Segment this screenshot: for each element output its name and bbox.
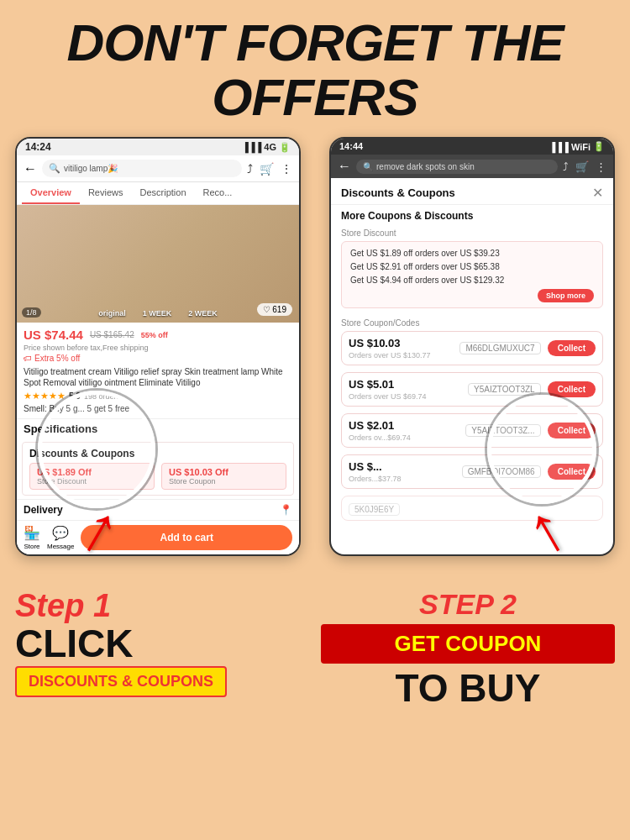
coupon-left-2: US $5.01 Orders over US $69.74: [349, 378, 461, 401]
phone2-nav-icons: ⤴ 🛒 ⋮: [563, 160, 606, 173]
collect-button-1[interactable]: Collect: [548, 340, 596, 356]
phone1-navbar: ← 🔍 vitiligo lamp🎉 ⤴ 🛒 ⋮: [17, 155, 299, 182]
tab-reviews[interactable]: Reviews: [80, 182, 132, 204]
phone2-mock: 14:44 ▐▐▐ WiFi 🔋 ← 🔍 remove dark spots o…: [329, 137, 615, 556]
phone2-search-bar[interactable]: 🔍 remove dark spots on skin: [356, 160, 558, 174]
to-buy-text: TO BUY: [321, 665, 615, 711]
phone1-status-bar: 14:24 ▐▐▐ 4G 🔋: [17, 139, 299, 155]
search-icon: 🔍: [363, 162, 373, 171]
step2-label: STEP 2: [321, 588, 615, 621]
phone1-mock: 14:24 ▐▐▐ 4G 🔋 ← 🔍 vitiligo lamp🎉 ⤴ 🛒 ⋮ …: [15, 137, 301, 556]
store-discount-section: Store Discount Get US $1.89 off orders o…: [331, 225, 613, 315]
step1-label: Step 1: [15, 588, 309, 624]
main-price: US $74.44: [24, 328, 83, 342]
signal-icon: ▐▐▐: [549, 142, 568, 152]
coupon-left-3: US $2.01 Orders ov...$69.74: [349, 419, 459, 442]
phone1-search-bar[interactable]: 🔍 vitiligo lamp🎉: [42, 160, 242, 177]
more-icon[interactable]: ⋮: [281, 162, 292, 176]
store-icon: 🏪: [24, 525, 40, 541]
image-labels: original 1 WEEK 2 WEEK: [98, 309, 218, 318]
phones-row: 14:24 ▐▐▐ 4G 🔋 ← 🔍 vitiligo lamp🎉 ⤴ 🛒 ⋮ …: [0, 137, 630, 556]
store-coupon-tag: US $10.03 Off Store Coupon: [161, 463, 286, 490]
disc-coupons-header: Discounts & Coupons ✕: [331, 178, 613, 205]
img-label-original: original: [98, 309, 126, 318]
share-icon[interactable]: ⤴: [563, 160, 569, 173]
shop-more-button[interactable]: Shop more: [538, 289, 594, 302]
image-counter: 1/8: [22, 307, 41, 318]
coupon-amount-1: US $10.03: [349, 337, 453, 349]
store-coupon-label: Store Coupon/Codes: [341, 318, 603, 328]
extra-icon: 🏷: [24, 354, 32, 363]
discount-list-box: Get US $1.89 off orders over US $39.23 G…: [341, 241, 603, 308]
discount-item-2: Get US $2.91 off orders over US $65.38: [350, 260, 594, 274]
close-button[interactable]: ✕: [592, 185, 603, 201]
collect-button-2[interactable]: Collect: [548, 381, 596, 397]
stars: ★★★★★: [24, 391, 66, 402]
coupon-condition-2: Orders over US $69.74: [349, 392, 461, 401]
original-price: US $165.42: [90, 330, 134, 339]
discount-badge: 55% off: [141, 331, 168, 339]
phone2-icons: ▐▐▐ WiFi 🔋: [549, 141, 605, 152]
phone2-status-bar: 14:44 ▐▐▐ WiFi 🔋: [331, 139, 613, 155]
battery-icon: 🔋: [279, 142, 291, 153]
coupon-left-1: US $10.03 Orders over US $130.77: [349, 337, 453, 360]
signal-icon: ▐▐▐: [242, 142, 261, 152]
phone1-icons: ▐▐▐ 4G 🔋: [242, 142, 291, 153]
step1-badge: DISCOUNTS & COUPONS: [15, 666, 227, 697]
back-icon[interactable]: ←: [338, 159, 351, 174]
tab-overview[interactable]: Overview: [22, 182, 80, 204]
img-label-1week: 1 WEEK: [143, 309, 172, 318]
network-icon: 4G: [264, 142, 276, 152]
more-coupons-header: More Coupons & Discounts: [331, 205, 613, 225]
phone2-time: 14:44: [339, 141, 363, 152]
disc2-amount: US $10.03 Off: [169, 467, 279, 477]
shipping-text: Price shown before tax,Free shipping: [24, 344, 292, 352]
store-discount-label: Store Discount: [341, 228, 603, 238]
coupon-card-5: 5K0J9E6Y: [341, 496, 603, 521]
coupon-code-1: M66DLGMUXUC7: [459, 342, 540, 354]
coupon-amount-2: US $5.01: [349, 378, 461, 391]
disc-coupons-title: Discounts & Coupons: [341, 186, 455, 199]
extra-off: 🏷 Extra 5% off: [24, 354, 292, 363]
back-icon[interactable]: ←: [24, 161, 37, 176]
price-row: US $74.44 US $165.42 55% off: [24, 328, 292, 342]
step2-section: STEP 2 GET COUPON TO BUY: [321, 588, 615, 711]
coupon-left-4: US $... Orders...$37.78: [349, 460, 455, 483]
delivery-label: Delivery: [24, 504, 63, 516]
heart-badge: ♡ 619: [257, 303, 292, 316]
coupon-amount-4: US $...: [349, 460, 455, 473]
coupon-code-2: Y5AIZTOOT3ZL: [468, 383, 541, 396]
discount-item-1: Get US $1.89 off orders over US $39.23: [350, 247, 594, 260]
coupon-code-5: 5K0J9E6Y: [349, 503, 400, 516]
tab-description[interactable]: Description: [132, 182, 195, 204]
search-icon: 🔍: [49, 163, 60, 174]
get-coupon-badge: GET COUPON: [321, 624, 615, 664]
more-icon[interactable]: ⋮: [596, 160, 606, 173]
coupon-condition-1: Orders over US $130.77: [349, 351, 453, 360]
img-label-2week: 2 WEEK: [188, 309, 218, 318]
product-title: Vitiligo treatment cream Vitiligo relief…: [24, 366, 292, 388]
phone1-tabs: Overview Reviews Description Reco...: [17, 182, 299, 205]
heart-count: 619: [272, 305, 286, 314]
store-btn[interactable]: 🏪 Store: [24, 525, 40, 550]
step1-section: Step 1 CLICK DISCOUNTS & COUPONS: [15, 588, 309, 711]
product-image-area: 1/8 original 1 WEEK 2 WEEK ♡ 619: [17, 205, 299, 323]
coupon-condition-4: Orders...$37.78: [349, 475, 455, 483]
cart-icon[interactable]: 🛒: [260, 162, 274, 176]
delivery-row: Delivery 📍: [17, 499, 299, 520]
heart-icon: ♡: [263, 305, 270, 314]
discount-item-3: Get US $4.94 off orders over US $129.32: [350, 274, 594, 287]
phone1-nav-icons: ⤴ 🛒 ⋮: [247, 162, 292, 176]
bottom-section: Step 1 CLICK DISCOUNTS & COUPONS STEP 2 …: [0, 580, 630, 711]
coupon-amount-3: US $2.01: [349, 419, 459, 432]
share-icon[interactable]: ⤴: [247, 162, 253, 176]
cart-icon[interactable]: 🛒: [575, 160, 589, 173]
tab-reco[interactable]: Reco...: [195, 182, 241, 204]
phone2-search-text: remove dark spots on skin: [376, 162, 475, 171]
wifi-icon: WiFi: [571, 142, 591, 152]
location-icon: 📍: [280, 504, 292, 516]
store-label: Store: [24, 543, 39, 550]
coupon-condition-3: Orders ov...$69.74: [349, 433, 459, 442]
battery-icon: 🔋: [593, 141, 605, 152]
coupon-left-5: 5K0J9E6Y: [349, 501, 596, 516]
